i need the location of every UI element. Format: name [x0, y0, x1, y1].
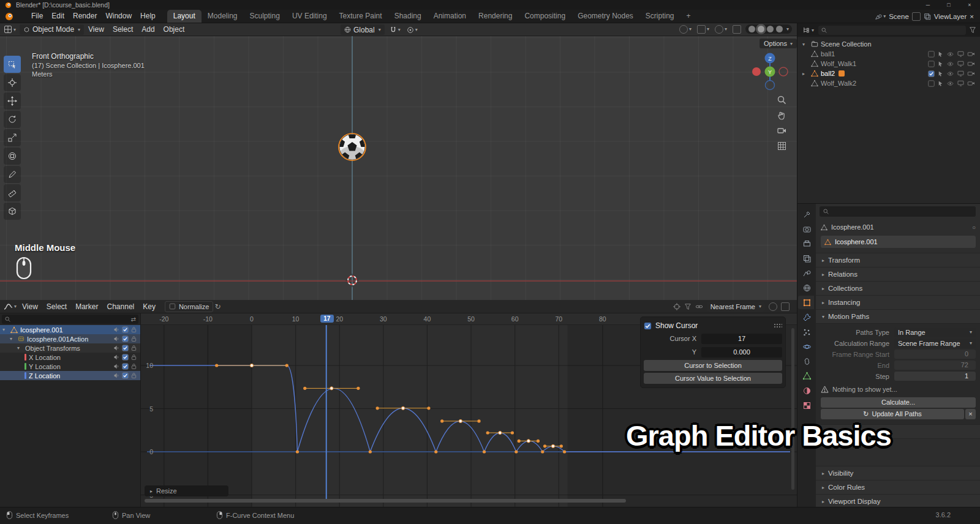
- scene-selector-icon[interactable]: ▾: [875, 13, 886, 20]
- selectable-icon[interactable]: [937, 80, 944, 87]
- breadcrumb-label[interactable]: Icosphere.001: [831, 223, 874, 231]
- close-button[interactable]: ×: [959, 0, 980, 10]
- show-gizmo-icon[interactable]: ▾: [697, 25, 709, 34]
- editor-type-button[interactable]: ▾: [4, 25, 16, 34]
- add-workspace-button[interactable]: +: [680, 10, 697, 23]
- remove-viewlayer-icon[interactable]: ×: [970, 13, 974, 20]
- exclude-checkbox[interactable]: [928, 61, 935, 67]
- copy-keyframes-icon[interactable]: [781, 302, 790, 311]
- current-frame-badge[interactable]: 17: [320, 315, 334, 323]
- hide-eye-icon[interactable]: [946, 51, 954, 58]
- disable-render-icon[interactable]: [967, 80, 975, 87]
- menu-edit[interactable]: Edit: [47, 10, 69, 23]
- show-cursor-icon[interactable]: [673, 303, 680, 310]
- snapping-dropdown[interactable]: Nearest Frame▾: [707, 302, 765, 312]
- properties-tab-texture[interactable]: [799, 399, 814, 412]
- hide-eye-icon[interactable]: [946, 80, 954, 87]
- properties-tab-scene[interactable]: [799, 266, 814, 280]
- lock-icon[interactable]: [130, 372, 137, 379]
- selectability-visibility-icon[interactable]: ▾: [679, 25, 692, 34]
- disable-render-icon[interactable]: [967, 50, 975, 58]
- refresh-icon[interactable]: ↻: [214, 302, 221, 311]
- exclude-checkbox[interactable]: [928, 80, 935, 87]
- graph-menu-channel[interactable]: Channel: [103, 301, 139, 313]
- enable-checkbox[interactable]: [122, 363, 129, 370]
- camera-view-icon[interactable]: [777, 125, 787, 136]
- orientation-dropdown[interactable]: Global▾: [341, 24, 385, 35]
- options-button[interactable]: Options▾: [760, 39, 797, 48]
- workspace-tab-uv-editing[interactable]: UV Editing: [286, 10, 333, 23]
- panel-motion-paths[interactable]: ▾Motion Paths: [816, 309, 980, 323]
- properties-tab-object[interactable]: [799, 296, 814, 309]
- workspace-tab-rendering[interactable]: Rendering: [472, 10, 518, 23]
- disable-viewport-icon[interactable]: [957, 60, 965, 67]
- disable-render-icon[interactable]: [967, 60, 975, 67]
- normalize-toggle[interactable]: Normalize: [165, 301, 214, 312]
- expand-icon[interactable]: ▾: [10, 336, 15, 342]
- outliner-item-wolf-walk1[interactable]: Wolf_Walk1: [797, 59, 980, 69]
- cursor-y-field[interactable]: 0.000: [701, 347, 782, 357]
- lock-icon[interactable]: [130, 335, 137, 342]
- vertical-scrollbar[interactable]: [791, 328, 794, 490]
- graph-menu-key[interactable]: Key: [138, 301, 160, 313]
- viewport-menu-add[interactable]: Add: [137, 23, 159, 36]
- scene-name[interactable]: Scene: [889, 13, 909, 20]
- panel-drag-handle[interactable]: [774, 323, 782, 328]
- workspace-tab-scripting[interactable]: Scripting: [639, 10, 680, 23]
- tool-cursor-button[interactable]: [4, 74, 21, 91]
- maximize-button[interactable]: □: [938, 0, 959, 10]
- toggle-perspective-grid-icon[interactable]: [777, 141, 787, 151]
- properties-tab-render[interactable]: [799, 222, 814, 236]
- soccer-ball-object[interactable]: [338, 133, 366, 161]
- link-icon[interactable]: [695, 303, 703, 310]
- mute-speaker-icon[interactable]: [113, 326, 120, 333]
- mute-speaker-icon[interactable]: [113, 354, 120, 361]
- properties-tab-output[interactable]: [799, 237, 814, 250]
- editor-type-button[interactable]: ▾: [802, 26, 814, 34]
- selectable-icon[interactable]: [937, 51, 944, 58]
- properties-tab-constraints[interactable]: [799, 354, 814, 368]
- collection-row[interactable]: ▾ Scene Collection: [797, 39, 980, 49]
- mute-speaker-icon[interactable]: [113, 363, 120, 370]
- panel-relations[interactable]: ▸Relations: [816, 267, 980, 281]
- enable-checkbox[interactable]: [122, 335, 129, 342]
- lock-icon[interactable]: [130, 326, 137, 333]
- cursor-to-selection-button[interactable]: Cursor to Selection: [644, 360, 782, 371]
- calculate-button[interactable]: Calculate...: [821, 397, 976, 408]
- viewport-menu-select[interactable]: Select: [108, 23, 137, 36]
- tool-transform-button[interactable]: [4, 148, 21, 165]
- channel-object-transforms[interactable]: ▾Object Transforms: [0, 343, 140, 353]
- hide-eye-icon[interactable]: [946, 70, 954, 77]
- panel-collections[interactable]: ▸Collections: [816, 281, 980, 295]
- shading-material-icon[interactable]: [767, 26, 774, 32]
- shading-solid-icon[interactable]: [758, 26, 764, 32]
- workspace-tab-layout[interactable]: Layout: [167, 10, 202, 23]
- mute-speaker-icon[interactable]: [113, 335, 120, 342]
- navigation-gizmo[interactable]: Z Y: [748, 50, 791, 93]
- only-selected-filter-icon[interactable]: [684, 303, 692, 310]
- graph-menu-select[interactable]: Select: [42, 301, 71, 313]
- properties-tab-world[interactable]: [799, 281, 814, 294]
- panel-transform[interactable]: ▸Transform: [816, 253, 980, 267]
- workspace-tab-compositing[interactable]: Compositing: [518, 10, 571, 23]
- pin-icon[interactable]: ○: [972, 224, 976, 231]
- properties-tab-object-data[interactable]: [799, 369, 814, 383]
- expand-icon[interactable]: ▾: [2, 327, 8, 332]
- properties-tab-view-layer[interactable]: [799, 252, 814, 265]
- workspace-tab-shading[interactable]: Shading: [388, 10, 428, 23]
- clear-paths-button[interactable]: ×: [965, 409, 976, 419]
- update-all-paths-button[interactable]: ↻Update All Paths: [821, 409, 964, 419]
- tool-annotate-button[interactable]: [4, 166, 21, 183]
- graph-menu-marker[interactable]: Marker: [71, 301, 102, 313]
- workspace-tab-texture-paint[interactable]: Texture Paint: [333, 10, 388, 23]
- new-scene-icon[interactable]: [912, 12, 921, 21]
- mute-speaker-icon[interactable]: [113, 345, 120, 351]
- channel-icosphere-001action[interactable]: ▾Icosphere.001Action: [0, 334, 140, 343]
- workspace-tab-animation[interactable]: Animation: [428, 10, 472, 23]
- show-overlays-icon[interactable]: ▾: [715, 25, 727, 34]
- tool-move-button[interactable]: [4, 92, 21, 110]
- expand-icon[interactable]: ▸: [802, 71, 809, 77]
- lock-icon[interactable]: [130, 363, 137, 370]
- tool-rotate-button[interactable]: [4, 111, 21, 128]
- enable-checkbox[interactable]: [122, 372, 129, 379]
